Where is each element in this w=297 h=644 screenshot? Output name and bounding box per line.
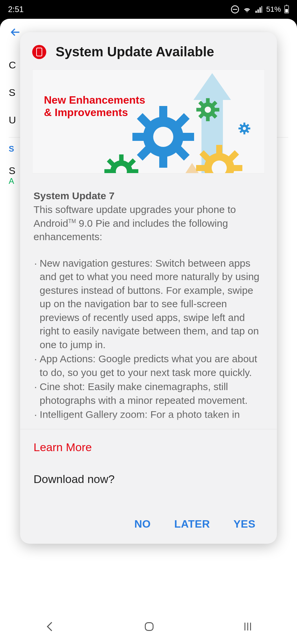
update-description: This software update upgrades your phone… xyxy=(34,203,263,244)
wifi-icon xyxy=(243,5,251,14)
arrow-up-icon xyxy=(193,73,231,100)
status-icons: 51% xyxy=(231,5,289,14)
enhancements-banner: New Enhancements & Improvements xyxy=(32,69,265,173)
list-item: ·Intelligent Gallery zoom: For a photo t… xyxy=(34,408,263,422)
later-button[interactable]: LATER xyxy=(174,518,210,530)
svg-rect-25 xyxy=(238,127,241,129)
svg-point-11 xyxy=(153,127,173,147)
dialog-footer: Learn More Download now? NO LATER YES xyxy=(20,429,277,544)
nav-back-button[interactable] xyxy=(43,619,57,637)
svg-rect-46 xyxy=(131,169,138,173)
banner-headline: New Enhancements & Improvements xyxy=(44,94,145,119)
svg-rect-52 xyxy=(145,623,153,630)
gear-icon xyxy=(103,153,140,173)
status-bar: 2:51 51% xyxy=(0,0,297,19)
battery-percent: 51% xyxy=(266,5,281,14)
svg-rect-23 xyxy=(243,122,245,125)
gear-icon xyxy=(238,122,251,135)
download-prompt: Download now? xyxy=(34,473,263,486)
svg-rect-13 xyxy=(206,98,210,103)
navigation-bar xyxy=(0,612,297,644)
nav-recents-button[interactable] xyxy=(241,620,254,636)
enhancement-list: ·New navigation gestures: Switch between… xyxy=(34,257,263,422)
battery-icon xyxy=(284,5,289,13)
svg-rect-45 xyxy=(104,169,112,173)
svg-rect-36 xyxy=(232,165,242,171)
svg-rect-6 xyxy=(181,133,194,141)
svg-rect-3 xyxy=(159,106,167,119)
svg-rect-4 xyxy=(159,154,167,168)
svg-point-31 xyxy=(243,127,246,130)
list-item: ·Cine shot: Easily make cinemagraphs, st… xyxy=(34,380,263,407)
gear-icon xyxy=(195,97,221,123)
nav-home-button[interactable] xyxy=(142,620,156,636)
dialog-title: System Update Available xyxy=(56,44,214,59)
learn-more-link[interactable]: Learn More xyxy=(34,441,92,454)
svg-point-21 xyxy=(205,107,211,113)
system-update-icon xyxy=(32,45,46,59)
modal-overlay: System Update Available New Enhancements… xyxy=(0,19,297,644)
no-button[interactable]: NO xyxy=(134,518,151,530)
list-item: ·App Actions: Google predicts what you a… xyxy=(34,352,263,379)
yes-button[interactable]: YES xyxy=(233,518,255,530)
svg-rect-43 xyxy=(119,154,123,162)
dialog-button-row: NO LATER YES xyxy=(34,518,263,530)
svg-rect-24 xyxy=(243,132,245,134)
svg-rect-5 xyxy=(132,133,146,141)
gear-icon xyxy=(194,143,244,173)
svg-rect-16 xyxy=(215,108,219,112)
svg-rect-35 xyxy=(196,165,206,171)
list-item: ·New navigation gestures: Switch between… xyxy=(34,257,263,352)
svg-rect-14 xyxy=(206,116,210,121)
signal-icon xyxy=(255,5,263,13)
status-time: 2:51 xyxy=(8,5,24,14)
dnd-icon xyxy=(231,5,239,14)
svg-rect-15 xyxy=(196,108,201,112)
svg-rect-26 xyxy=(248,127,250,129)
dialog-header: System Update Available xyxy=(20,32,277,69)
system-update-dialog: System Update Available New Enhancements… xyxy=(20,32,277,544)
svg-rect-33 xyxy=(216,145,222,155)
update-version-heading: System Update 7 xyxy=(34,190,263,202)
dialog-body[interactable]: System Update 7 This software update upg… xyxy=(20,173,277,429)
